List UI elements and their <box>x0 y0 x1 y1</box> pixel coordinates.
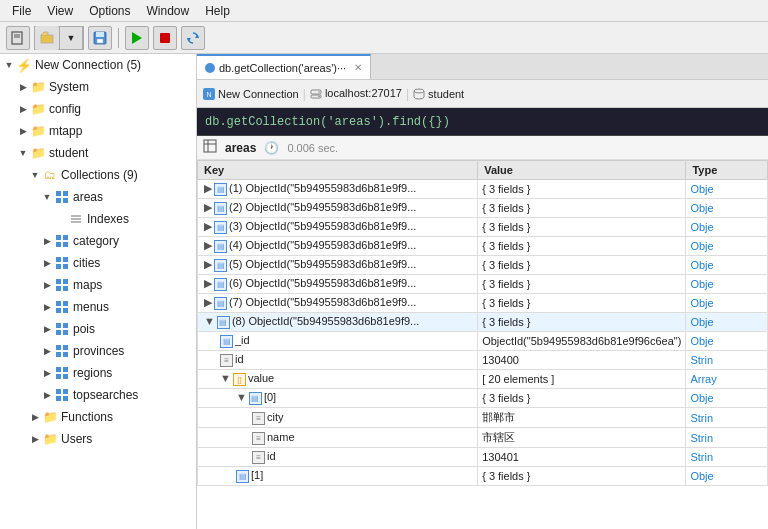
tab-areas-query[interactable]: db.getCollection('areas')··· ✕ <box>197 54 371 79</box>
key-text: [1] <box>251 469 263 481</box>
table-row[interactable]: ≡city邯郸市Strin <box>198 408 768 428</box>
sidebar-item-student[interactable]: ▼ 📁 student <box>0 142 196 164</box>
key-text: (7) ObjectId("5b94955983d6b81e9f9... <box>229 296 416 308</box>
index-icon <box>68 211 84 227</box>
svg-rect-36 <box>56 330 61 335</box>
save-btn[interactable] <box>88 26 112 50</box>
results-toolbar: areas 🕐 0.006 sec. <box>197 136 768 160</box>
table-row[interactable]: ▼▤[0]{ 3 fields }Obje <box>198 389 768 408</box>
doc-icon: ▤ <box>214 278 227 291</box>
svg-rect-24 <box>56 264 61 269</box>
refresh-btn[interactable] <box>181 26 205 50</box>
svg-rect-8 <box>160 33 170 43</box>
table-row[interactable]: ▶▤(3) ObjectId("5b94955983d6b81e9f9...{ … <box>198 218 768 237</box>
key-text: id <box>235 353 244 365</box>
folder-icon: 📁 <box>30 79 46 95</box>
svg-rect-23 <box>63 257 68 262</box>
key-cell: ▶▤(1) ObjectId("5b94955983d6b81e9f9... <box>198 180 478 199</box>
field-icon: ≡ <box>252 412 265 425</box>
sidebar-item-topsearches[interactable]: ▶ topsearches <box>0 384 196 406</box>
doc-icon: ▤ <box>236 470 249 483</box>
svg-rect-28 <box>56 286 61 291</box>
open-dropdown[interactable]: ▼ <box>59 26 83 50</box>
table-row[interactable]: ≡id130401Strin <box>198 448 768 467</box>
menu-window[interactable]: Window <box>139 2 198 20</box>
sidebar-item-menus[interactable]: ▶ menus <box>0 296 196 318</box>
folder-icon: 📁 <box>30 145 46 161</box>
type-cell: Obje <box>686 275 768 294</box>
functions-label: Functions <box>61 410 113 424</box>
collections-label: Collections (9) <box>61 168 138 182</box>
connection-icon: ⚡ <box>16 57 32 73</box>
sidebar: ▼ ⚡ New Connection (5) ▶ 📁 System ▶ 📁 co… <box>0 54 197 529</box>
sidebar-item-pois[interactable]: ▶ pois <box>0 318 196 340</box>
collection-icon <box>54 233 70 249</box>
svg-rect-33 <box>63 308 68 313</box>
sidebar-item-functions[interactable]: ▶ 📁 Functions <box>0 406 196 428</box>
table-row[interactable]: ▶▤(5) ObjectId("5b94955983d6b81e9f9...{ … <box>198 256 768 275</box>
open-btn[interactable] <box>35 26 59 50</box>
menu-file[interactable]: File <box>4 2 39 20</box>
sidebar-item-cities[interactable]: ▶ cities <box>0 252 196 274</box>
sidebar-item-users[interactable]: ▶ 📁 Users <box>0 428 196 450</box>
svg-rect-13 <box>56 198 61 203</box>
menu-help[interactable]: Help <box>197 2 238 20</box>
stop-btn[interactable] <box>153 26 177 50</box>
svg-rect-35 <box>63 323 68 328</box>
users-icon: 📁 <box>42 431 58 447</box>
table-row[interactable]: ▤[1]{ 3 fields }Obje <box>198 467 768 486</box>
table-row[interactable]: ▼[]value[ 20 elements ]Array <box>198 370 768 389</box>
tab-close-btn[interactable]: ✕ <box>354 62 362 73</box>
table-row[interactable]: ▶▤(7) ObjectId("5b94955983d6b81e9f9...{ … <box>198 294 768 313</box>
sidebar-item-mtapp[interactable]: ▶ 📁 mtapp <box>0 120 196 142</box>
table-row[interactable]: ≡name市辖区Strin <box>198 428 768 448</box>
config-label: config <box>49 102 81 116</box>
sidebar-item-config[interactable]: ▶ 📁 config <box>0 98 196 120</box>
svg-rect-44 <box>56 374 61 379</box>
svg-rect-42 <box>56 367 61 372</box>
table-row[interactable]: ▶▤(1) ObjectId("5b94955983d6b81e9f9...{ … <box>198 180 768 199</box>
table-row[interactable]: ▶▤(6) ObjectId("5b94955983d6b81e9f9...{ … <box>198 275 768 294</box>
svg-rect-39 <box>63 345 68 350</box>
key-cell: ▤[1] <box>198 467 478 486</box>
sidebar-item-regions[interactable]: ▶ regions <box>0 362 196 384</box>
expand-icon: ▶ <box>40 344 54 358</box>
query-editor[interactable]: db.getCollection('areas').find({}) <box>197 108 768 136</box>
server-label: localhost:27017 <box>310 87 402 100</box>
sidebar-item-system[interactable]: ▶ 📁 System <box>0 76 196 98</box>
sidebar-item-indexes[interactable]: ▶ Indexes <box>0 208 196 230</box>
type-cell: Obje <box>686 467 768 486</box>
sidebar-item-maps[interactable]: ▶ maps <box>0 274 196 296</box>
query-toolbar: N New Connection | localhost:27017 | stu… <box>197 80 768 108</box>
type-cell: Obje <box>686 332 768 351</box>
table-row[interactable]: ▶▤(2) ObjectId("5b94955983d6b81e9f9...{ … <box>198 199 768 218</box>
doc-icon: ▤ <box>214 240 227 253</box>
type-cell: Strin <box>686 448 768 467</box>
menu-options[interactable]: Options <box>81 2 138 20</box>
svg-rect-22 <box>56 257 61 262</box>
table-row[interactable]: ▼▤(8) ObjectId("5b94955983d6b81e9f9...{ … <box>198 313 768 332</box>
value-cell: { 3 fields } <box>478 467 686 486</box>
table-row[interactable]: ▶▤(4) ObjectId("5b94955983d6b81e9f9...{ … <box>198 237 768 256</box>
svg-rect-11 <box>56 191 61 196</box>
sidebar-item-category[interactable]: ▶ category <box>0 230 196 252</box>
svg-point-56 <box>414 89 424 93</box>
connection-root[interactable]: ▼ ⚡ New Connection (5) <box>0 54 196 76</box>
table-row[interactable]: ▤_idObjectId("5b94955983d6b81e9f96c6ea")… <box>198 332 768 351</box>
svg-rect-14 <box>63 198 68 203</box>
menu-view[interactable]: View <box>39 2 81 20</box>
sidebar-item-collections[interactable]: ▼ 🗂 Collections (9) <box>0 164 196 186</box>
indexes-label: Indexes <box>87 212 129 226</box>
users-label: Users <box>61 432 92 446</box>
sidebar-item-provinces[interactable]: ▶ provinces <box>0 340 196 362</box>
table-row[interactable]: ≡id130400Strin <box>198 351 768 370</box>
col-key: Key <box>198 161 478 180</box>
run-btn[interactable] <box>125 26 149 50</box>
expand-icon: ▶ <box>16 102 30 116</box>
type-cell: Obje <box>686 180 768 199</box>
new-btn[interactable] <box>6 26 30 50</box>
sidebar-item-areas[interactable]: ▼ areas <box>0 186 196 208</box>
results-table[interactable]: Key Value Type ▶▤(1) ObjectId("5b9495598… <box>197 160 768 529</box>
collections-icon: 🗂 <box>42 167 58 183</box>
type-cell: Strin <box>686 428 768 448</box>
